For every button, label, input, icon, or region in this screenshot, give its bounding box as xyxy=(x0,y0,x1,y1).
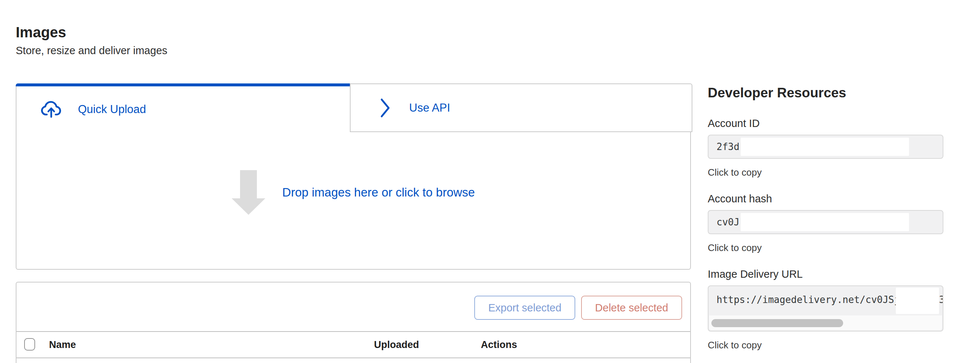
upload-panel: Quick Upload Use API Drop i xyxy=(16,83,691,270)
developer-resources-sidebar: Developer Resources Account ID 2f3d Clic… xyxy=(708,85,945,350)
arrow-down-icon xyxy=(232,170,265,215)
delivery-url-label: Image Delivery URL xyxy=(708,268,945,280)
redaction-overlay xyxy=(741,213,909,231)
dropzone-label: Drop images here or click to browse xyxy=(282,186,475,199)
chevron-right-icon xyxy=(380,98,391,118)
active-tab-indicator xyxy=(16,83,351,86)
account-id-label: Account ID xyxy=(708,117,945,129)
page-title: Images xyxy=(16,23,66,41)
tab-use-api-label: Use API xyxy=(409,101,450,115)
sidebar-heading: Developer Resources xyxy=(708,85,945,101)
delete-selected-button[interactable]: Delete selected xyxy=(581,296,682,320)
table-header-row: Name Uploaded Actions xyxy=(16,332,690,358)
tab-use-api[interactable]: Use API xyxy=(350,83,692,132)
redaction-overlay xyxy=(896,288,939,314)
bulk-actions-row: Export selected Delete selected xyxy=(16,282,690,331)
horizontal-scrollbar-thumb[interactable] xyxy=(711,319,843,327)
account-hash-value: cv0J xyxy=(716,211,740,234)
account-id-copy-hint: Click to copy xyxy=(708,167,945,178)
export-selected-button[interactable]: Export selected xyxy=(474,296,575,320)
column-header-uploaded: Uploaded xyxy=(374,332,419,358)
redaction-overlay xyxy=(741,138,909,156)
image-dropzone[interactable]: Drop images here or click to browse xyxy=(16,132,690,269)
column-header-name: Name xyxy=(49,332,76,358)
delivery-url-field[interactable]: https://imagedelivery.net/cv0JSj 3 xyxy=(708,285,943,331)
main-column: Images Store, resize and deliver images … xyxy=(16,0,691,363)
account-id-value: 2f3d xyxy=(716,135,740,158)
account-hash-field[interactable]: cv0J xyxy=(708,210,943,234)
images-dashboard-page: Images Store, resize and deliver images … xyxy=(0,0,980,363)
page-subtitle: Store, resize and deliver images xyxy=(16,44,167,57)
select-all-checkbox[interactable] xyxy=(24,338,35,350)
delivery-url-value: https://imagedelivery.net/cv0JSj xyxy=(716,288,900,311)
tab-quick-upload-label: Quick Upload xyxy=(78,103,146,116)
cloud-upload-icon xyxy=(41,100,62,118)
account-hash-copy-hint: Click to copy xyxy=(708,242,945,253)
column-header-actions: Actions xyxy=(481,332,517,358)
image-library-panel: Export selected Delete selected Name Upl… xyxy=(16,282,691,363)
account-hash-label: Account hash xyxy=(708,193,945,205)
dropzone-content: Drop images here or click to browse xyxy=(232,170,475,215)
account-id-field[interactable]: 2f3d xyxy=(708,135,943,159)
tab-quick-upload[interactable]: Quick Upload xyxy=(16,86,349,132)
delivery-url-copy-hint: Click to copy xyxy=(708,339,945,350)
horizontal-scrollbar-track xyxy=(709,315,942,330)
bulk-actions-group: Export selected Delete selected xyxy=(474,296,682,320)
delivery-url-partial-char: 3 xyxy=(939,286,943,313)
